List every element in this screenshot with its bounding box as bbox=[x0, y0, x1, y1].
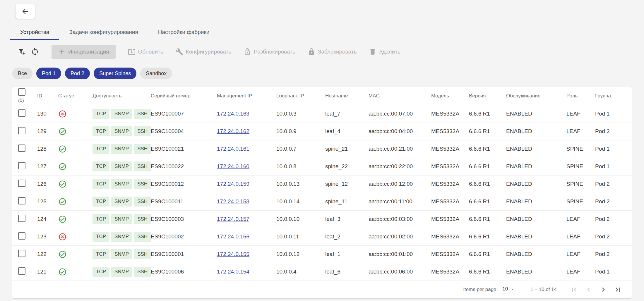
initialize-button[interactable]: Инициализация bbox=[52, 45, 116, 59]
cell-id: 125 bbox=[37, 193, 58, 210]
filter-chip-pod-1[interactable]: Pod 1 bbox=[36, 68, 61, 79]
cell-loopback-ip: 10.0.0.8 bbox=[276, 158, 325, 175]
status-ok-icon bbox=[58, 162, 90, 171]
filter-chip-super-spines[interactable]: Super Spines bbox=[94, 68, 136, 79]
row-checkbox[interactable] bbox=[18, 180, 25, 187]
table-row: 128 TCPSNMPSSH ES9C100021 172.24.0.161 1… bbox=[12, 140, 632, 158]
cell-role: LEAF bbox=[566, 245, 595, 263]
row-checkbox[interactable] bbox=[18, 267, 25, 275]
first-page-button[interactable] bbox=[567, 283, 581, 297]
cell-mac: aa:bb:cc:00:01:00 bbox=[369, 245, 431, 263]
cell-group: Pod 1 bbox=[595, 105, 632, 123]
cell-id: 123 bbox=[37, 228, 58, 245]
cell-mac: aa:bb:cc:00:22:00 bbox=[369, 158, 431, 175]
unlock-button[interactable]: Разблокировать bbox=[244, 48, 295, 56]
cell-maintenance: ENABLED bbox=[506, 158, 566, 175]
cell-version: 6.6.6 R1 bbox=[469, 263, 506, 281]
management-ip-link[interactable]: 172.24.0.159 bbox=[217, 181, 249, 187]
cell-maintenance: ENABLED bbox=[506, 263, 566, 281]
cell-version: 6.6.6 R1 bbox=[469, 105, 506, 123]
lock-button-label: Заблокировать bbox=[318, 49, 357, 55]
cell-group: Pod 2 bbox=[595, 193, 632, 210]
row-checkbox[interactable] bbox=[18, 145, 25, 152]
cell-loopback-ip: 10.0.0.12 bbox=[276, 245, 325, 263]
cell-role: SPINE bbox=[566, 140, 595, 158]
availability-badge: SSH bbox=[134, 144, 151, 154]
filter-button[interactable] bbox=[16, 45, 28, 58]
cell-model: MES5332A bbox=[431, 245, 469, 263]
next-page-button[interactable] bbox=[596, 283, 611, 297]
row-checkbox[interactable] bbox=[18, 109, 25, 117]
tab-fabric-settings[interactable]: Настройки фабрики bbox=[148, 25, 220, 40]
management-ip-link[interactable]: 172.24.0.162 bbox=[217, 128, 249, 134]
column-header-role: Роль bbox=[566, 87, 595, 105]
management-ip-link[interactable]: 172.24.0.158 bbox=[217, 198, 249, 204]
cell-mac: aa:bb:cc:00:06:00 bbox=[369, 263, 431, 281]
availability-badges: TCPSNMPSSH bbox=[93, 232, 151, 242]
cell-maintenance: ENABLED bbox=[506, 210, 566, 228]
cell-loopback-ip: 10.0.0.4 bbox=[276, 263, 325, 281]
cell-serial-number: ES9C100022 bbox=[151, 158, 217, 175]
row-checkbox[interactable] bbox=[18, 162, 25, 169]
cell-maintenance: ENABLED bbox=[506, 175, 566, 193]
management-ip-link[interactable]: 172.24.0.157 bbox=[217, 216, 249, 222]
management-ip-link[interactable]: 172.24.0.155 bbox=[217, 251, 249, 257]
chevron-right-icon bbox=[599, 285, 607, 294]
management-ip-link[interactable]: 172.24.0.154 bbox=[217, 269, 249, 275]
availability-badge: TCP bbox=[93, 179, 109, 189]
last-page-button[interactable] bbox=[611, 283, 625, 297]
management-ip-link[interactable]: 172.24.0.163 bbox=[217, 111, 249, 117]
cell-hostname: spine_21 bbox=[325, 140, 369, 158]
lock-button[interactable]: Заблокировать bbox=[308, 48, 357, 56]
filter-chip-all[interactable]: Все bbox=[12, 68, 32, 79]
cell-maintenance: ENABLED bbox=[506, 245, 566, 263]
table-row: 125 TCPSNMPSSH ES9C100011 172.24.0.158 1… bbox=[12, 193, 632, 210]
availability-badges: TCPSNMPSSH bbox=[93, 197, 151, 207]
table-row: 124 TCPSNMPSSH ES9C100003 172.24.0.157 1… bbox=[12, 210, 632, 228]
table-row: 122 TCPSNMPSSH ES9C100001 172.24.0.155 1… bbox=[12, 245, 632, 263]
row-checkbox[interactable] bbox=[18, 250, 25, 257]
column-header-group: Группа bbox=[595, 87, 632, 105]
tab-config-tasks[interactable]: Задачи конфигурирования bbox=[59, 25, 148, 40]
row-checkbox[interactable] bbox=[18, 127, 25, 134]
cell-hostname: spine_12 bbox=[325, 175, 369, 193]
cell-loopback-ip: 10.0.0.10 bbox=[276, 210, 325, 228]
availability-badge: TCP bbox=[93, 249, 109, 259]
update-button[interactable]: Обновить bbox=[128, 48, 163, 56]
back-button[interactable] bbox=[16, 4, 35, 19]
filter-add-icon bbox=[18, 47, 26, 56]
cell-id: 121 bbox=[37, 263, 58, 281]
cell-model: MES5332A bbox=[431, 158, 469, 175]
configure-button[interactable]: Конфигурировать bbox=[176, 48, 232, 56]
availability-badge: TCP bbox=[93, 144, 109, 154]
management-ip-link[interactable]: 172.24.0.161 bbox=[217, 146, 249, 152]
column-header-mac: MAC bbox=[369, 87, 431, 105]
delete-button[interactable]: Удалить bbox=[369, 48, 400, 56]
row-checkbox[interactable] bbox=[18, 232, 25, 240]
cell-mac: aa:bb:cc:00:04:00 bbox=[369, 123, 431, 140]
management-ip-link[interactable]: 172.24.0.160 bbox=[217, 163, 249, 169]
select-all-checkbox[interactable] bbox=[18, 88, 25, 96]
availability-badge: TCP bbox=[93, 109, 109, 119]
row-checkbox[interactable] bbox=[18, 197, 25, 204]
availability-badge: SNMP bbox=[111, 179, 132, 189]
row-checkbox[interactable] bbox=[18, 215, 25, 222]
availability-badge: SNMP bbox=[111, 144, 132, 154]
cell-model: MES5332A bbox=[431, 193, 469, 210]
filter-chip-sandbox[interactable]: Sandbox bbox=[140, 68, 172, 79]
filter-chip-pod-2[interactable]: Pod 2 bbox=[65, 68, 90, 79]
table-row: 126 TCPSNMPSSH ES9C100012 172.24.0.159 1… bbox=[12, 175, 632, 193]
cell-version: 6.6.6 R1 bbox=[469, 245, 506, 263]
status-ok-icon bbox=[58, 215, 90, 223]
management-ip-link[interactable]: 172.24.0.156 bbox=[217, 233, 249, 240]
tab-devices[interactable]: Устройства bbox=[10, 25, 59, 40]
items-per-page-select[interactable]: 10 bbox=[502, 285, 515, 293]
refresh-button[interactable] bbox=[28, 45, 41, 58]
previous-page-button[interactable] bbox=[581, 283, 596, 297]
status-ok-icon bbox=[58, 145, 90, 153]
padlock-closed-icon bbox=[308, 48, 315, 56]
cell-loopback-ip: 10.0.0.11 bbox=[276, 228, 325, 245]
cell-group: Pod 1 bbox=[595, 158, 632, 175]
status-ok-icon bbox=[58, 197, 90, 206]
availability-badge: SNMP bbox=[111, 109, 132, 119]
